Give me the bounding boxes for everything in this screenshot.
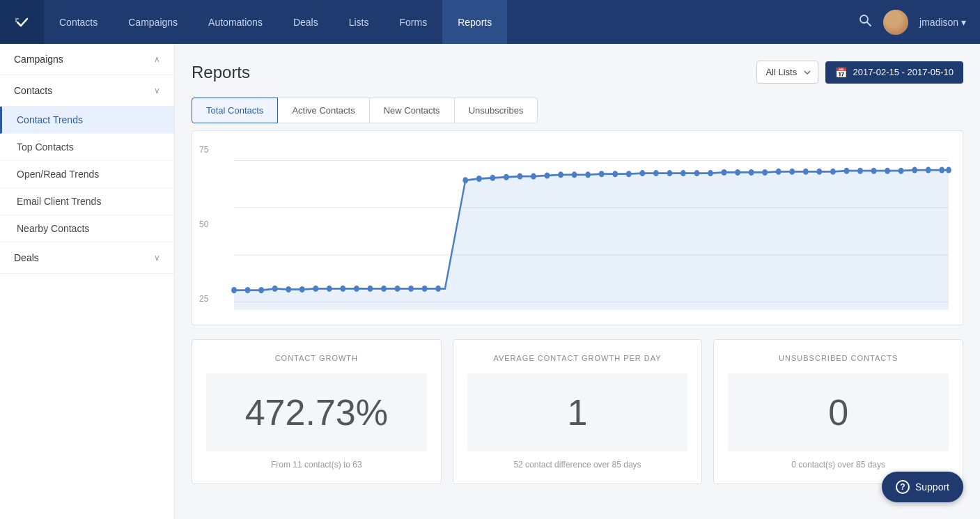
user-name[interactable]: jmadison ▾ bbox=[919, 17, 966, 28]
svg-point-57 bbox=[939, 167, 944, 173]
chart-svg bbox=[234, 145, 949, 318]
svg-point-53 bbox=[885, 168, 890, 174]
nav-deals[interactable]: Deals bbox=[278, 0, 334, 44]
y-label-75: 75 bbox=[199, 145, 208, 155]
svg-point-47 bbox=[803, 169, 809, 175]
svg-point-40 bbox=[708, 170, 713, 176]
nav-right: jmadison ▾ bbox=[858, 10, 980, 35]
app-logo[interactable] bbox=[0, 0, 44, 44]
deals-chevron: ∨ bbox=[154, 253, 160, 263]
stat-card-avg-growth: AVERAGE CONTACT GROWTH PER DAY 1 52 cont… bbox=[453, 339, 703, 484]
svg-point-38 bbox=[680, 170, 686, 176]
svg-point-23 bbox=[476, 176, 482, 182]
svg-point-22 bbox=[462, 177, 468, 183]
svg-point-20 bbox=[422, 286, 428, 292]
svg-point-37 bbox=[667, 170, 672, 176]
stat-unsub-box: 0 bbox=[728, 373, 949, 451]
svg-point-18 bbox=[395, 286, 400, 292]
svg-point-54 bbox=[899, 168, 904, 174]
svg-point-35 bbox=[639, 170, 645, 176]
stat-growth-sub: From 11 contact(s) to 63 bbox=[206, 460, 427, 470]
calendar-icon: 📅 bbox=[835, 67, 847, 78]
svg-point-8 bbox=[258, 287, 264, 293]
tab-unsubscribes[interactable]: Unsubscribes bbox=[454, 98, 538, 123]
stat-unsub-value: 0 bbox=[742, 394, 935, 431]
svg-point-17 bbox=[381, 286, 387, 292]
stat-avg-value: 1 bbox=[481, 394, 674, 431]
svg-point-9 bbox=[272, 286, 278, 292]
svg-point-21 bbox=[435, 286, 441, 292]
list-select[interactable]: All Lists bbox=[756, 61, 818, 84]
svg-point-55 bbox=[912, 167, 917, 173]
sidebar: Campaigns ∧ Contacts ∨ Contact Trends To… bbox=[0, 44, 175, 519]
svg-point-33 bbox=[612, 171, 618, 177]
search-icon[interactable] bbox=[858, 13, 872, 31]
sidebar-section-deals[interactable]: Deals ∨ bbox=[0, 242, 174, 274]
svg-point-30 bbox=[572, 171, 577, 178]
nav-reports[interactable]: Reports bbox=[442, 0, 507, 44]
chart-y-axis: 75 50 25 bbox=[199, 145, 212, 304]
nav-forms[interactable]: Forms bbox=[384, 0, 443, 44]
svg-point-48 bbox=[816, 169, 822, 175]
svg-point-26 bbox=[517, 173, 522, 180]
svg-point-34 bbox=[626, 171, 632, 177]
svg-point-49 bbox=[830, 169, 836, 175]
tab-new-contacts[interactable]: New Contacts bbox=[369, 98, 455, 123]
sidebar-item-top-contacts[interactable]: Top Contacts bbox=[0, 134, 174, 161]
svg-point-36 bbox=[653, 170, 659, 176]
tabs: Total Contacts Active Contacts New Conta… bbox=[192, 98, 963, 123]
svg-point-19 bbox=[408, 286, 414, 292]
sidebar-item-email-client-trends[interactable]: Email Client Trends bbox=[0, 188, 174, 215]
svg-point-32 bbox=[599, 171, 605, 177]
contacts-chevron: ∨ bbox=[154, 86, 160, 95]
nav-automations[interactable]: Automations bbox=[193, 0, 278, 44]
nav-items: Contacts Campaigns Automations Deals Lis… bbox=[44, 0, 858, 44]
stat-card-growth: CONTACT GROWTH 472.73% From 11 contact(s… bbox=[192, 339, 442, 484]
stat-avg-sub: 52 contact difference over 85 days bbox=[467, 460, 688, 470]
stat-avg-box: 1 bbox=[467, 373, 688, 451]
sidebar-item-nearby-contacts[interactable]: Nearby Contacts bbox=[0, 215, 174, 242]
stat-unsub-label: UNSUBSCRIBED CONTACTS bbox=[728, 354, 949, 362]
svg-point-14 bbox=[340, 286, 345, 292]
svg-point-31 bbox=[585, 171, 591, 178]
nav-campaigns[interactable]: Campaigns bbox=[113, 0, 193, 44]
svg-point-52 bbox=[871, 168, 877, 174]
support-label: Support bbox=[915, 481, 949, 493]
sidebar-item-open-read-trends[interactable]: Open/Read Trends bbox=[0, 161, 174, 188]
stat-unsub-sub: 0 contact(s) over 85 days bbox=[728, 460, 949, 470]
page-title: Reports bbox=[192, 63, 250, 82]
svg-point-0 bbox=[860, 15, 868, 23]
svg-line-1 bbox=[867, 22, 871, 26]
svg-point-25 bbox=[504, 174, 509, 180]
svg-point-12 bbox=[313, 286, 318, 292]
sidebar-item-contact-trends[interactable]: Contact Trends bbox=[0, 107, 174, 134]
stats-row: CONTACT GROWTH 472.73% From 11 contact(s… bbox=[192, 339, 963, 484]
avatar[interactable] bbox=[883, 10, 908, 35]
stat-avg-label: AVERAGE CONTACT GROWTH PER DAY bbox=[467, 354, 688, 362]
tab-total-contacts[interactable]: Total Contacts bbox=[192, 98, 278, 123]
top-navigation: Contacts Campaigns Automations Deals Lis… bbox=[0, 0, 980, 44]
campaigns-chevron: ∧ bbox=[154, 54, 160, 64]
stat-growth-value: 472.73% bbox=[220, 394, 413, 431]
svg-point-16 bbox=[368, 286, 373, 292]
svg-point-43 bbox=[749, 169, 754, 176]
svg-point-41 bbox=[722, 169, 727, 176]
date-range-picker[interactable]: 📅 2017-02-15 - 2017-05-10 bbox=[825, 61, 963, 84]
stat-growth-box: 472.73% bbox=[206, 373, 427, 451]
y-label-50: 50 bbox=[199, 219, 208, 229]
main-layout: Campaigns ∧ Contacts ∨ Contact Trends To… bbox=[0, 44, 980, 519]
sidebar-section-contacts[interactable]: Contacts ∨ bbox=[0, 75, 174, 107]
support-icon: ? bbox=[896, 480, 910, 494]
nav-contacts[interactable]: Contacts bbox=[44, 0, 113, 44]
stat-growth-label: CONTACT GROWTH bbox=[206, 354, 427, 362]
tab-active-contacts[interactable]: Active Contacts bbox=[277, 98, 369, 123]
svg-point-10 bbox=[286, 286, 291, 293]
sidebar-section-campaigns[interactable]: Campaigns ∧ bbox=[0, 44, 174, 75]
svg-point-46 bbox=[789, 169, 795, 175]
nav-lists[interactable]: Lists bbox=[334, 0, 384, 44]
support-button[interactable]: ? Support bbox=[882, 472, 963, 502]
page-header: Reports All Lists 📅 2017-02-15 - 2017-05… bbox=[192, 61, 963, 84]
svg-point-13 bbox=[327, 286, 332, 292]
svg-point-39 bbox=[694, 170, 700, 176]
chart-container: 75 50 25 bbox=[192, 130, 963, 325]
